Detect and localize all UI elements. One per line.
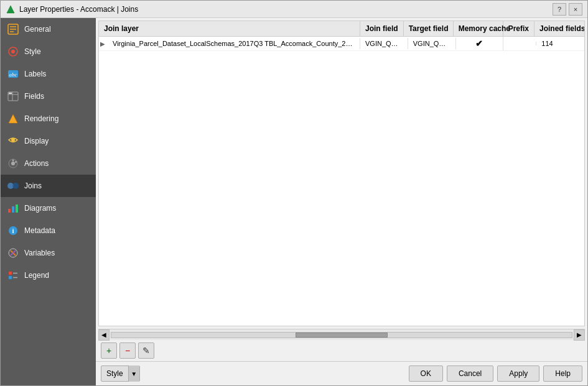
cell-join-field: VGIN_QPID (360, 38, 408, 49)
layer-properties-window: Layer Properties - Accomack | Joins ? × … (0, 0, 588, 386)
variables-icon (7, 247, 19, 259)
scroll-left-button[interactable]: ◀ (98, 329, 110, 341)
joins-table: Join layer Join field Target field Memor… (98, 21, 585, 326)
sidebar-label-joins: Joins (24, 182, 42, 190)
scroll-right-button[interactable]: ▶ (574, 329, 585, 341)
sidebar-label-display: Display (24, 137, 49, 145)
cancel-button[interactable]: Cancel (447, 365, 493, 382)
svg-rect-20 (8, 209, 11, 213)
apply-button[interactable]: Apply (497, 365, 539, 382)
style-icon (7, 45, 19, 58)
table-body: ▶ Virginia_Parcel_Dataset_LocalSchemas_2… (99, 37, 584, 326)
help-button[interactable]: ? (553, 3, 566, 16)
svg-marker-0 (7, 6, 14, 13)
actions-icon (7, 157, 19, 170)
svg-rect-22 (16, 204, 18, 213)
add-join-button[interactable]: + (101, 342, 117, 359)
col-header-target-field[interactable]: Target field (404, 21, 454, 36)
svg-text:abc: abc (9, 71, 17, 78)
col-header-join-field[interactable]: Join field (360, 21, 404, 36)
sidebar-item-general[interactable]: General (1, 18, 96, 40)
style-dropdown-arrow[interactable]: ▼ (128, 365, 139, 382)
right-panel: Join layer Join field Target field Memor… (96, 18, 587, 385)
cell-target-field: VGIN_QPID (408, 38, 456, 49)
svg-rect-12 (9, 93, 12, 94)
bottom-bar: Style ▼ OK Cancel Apply Help (96, 361, 587, 385)
window-title: Layer Properties - Accomack | Joins (19, 5, 553, 14)
sidebar-item-rendering[interactable]: Rendering (1, 108, 96, 130)
sidebar-item-fields[interactable]: Fields (1, 85, 96, 108)
sidebar-item-variables[interactable]: Variables (1, 242, 96, 264)
close-button[interactable]: × (569, 3, 582, 16)
labels-icon: abc (7, 68, 19, 80)
legend-icon (7, 269, 19, 282)
svg-point-13 (11, 138, 15, 142)
col-header-memory-cache[interactable]: Memory cache (454, 21, 503, 36)
display-icon (7, 135, 19, 147)
sidebar-item-metadata[interactable]: i Metadata (1, 219, 96, 242)
remove-join-button[interactable]: − (119, 342, 136, 359)
scroll-handle[interactable] (296, 333, 388, 338)
title-bar: Layer Properties - Accomack | Joins ? × (1, 1, 587, 18)
svg-rect-29 (9, 276, 12, 279)
general-icon (7, 23, 19, 35)
edit-join-button[interactable]: ✎ (138, 342, 154, 359)
sidebar-label-style: Style (24, 47, 41, 56)
join-toolbar: + − ✎ (96, 340, 587, 361)
sidebar-item-style[interactable]: Style (1, 40, 96, 63)
cell-joined-fields: 114 (536, 38, 584, 49)
cell-prefix (503, 42, 536, 45)
svg-point-15 (11, 162, 15, 165)
svg-point-16 (12, 160, 14, 162)
cell-join-layer: Virginia_Parcel_Dataset_LocalSchemas_201… (108, 38, 360, 49)
svg-point-19 (12, 183, 19, 189)
row-expand-icon: ▶ (99, 40, 108, 47)
table-row[interactable]: ▶ Virginia_Parcel_Dataset_LocalSchemas_2… (99, 37, 584, 51)
svg-text:i: i (12, 227, 14, 234)
sidebar: General Style abc Label (1, 18, 96, 385)
main-content: General Style abc Label (1, 18, 587, 385)
sidebar-label-legend: Legend (24, 271, 49, 280)
style-dropdown[interactable]: Style ▼ (101, 365, 140, 382)
scroll-track[interactable] (111, 332, 572, 338)
sidebar-label-rendering: Rendering (24, 114, 58, 123)
col-header-join-layer[interactable]: Join layer (99, 21, 360, 36)
style-dropdown-label: Style (101, 369, 128, 378)
col-header-prefix[interactable]: Prefix (503, 21, 534, 36)
help-button[interactable]: Help (543, 365, 582, 382)
sidebar-item-actions[interactable]: Actions (1, 152, 96, 175)
sidebar-item-diagrams[interactable]: Diagrams (1, 197, 96, 219)
window-icon (6, 4, 16, 14)
sidebar-label-actions: Actions (24, 159, 49, 168)
sidebar-label-diagrams: Diagrams (24, 204, 56, 213)
title-bar-buttons: ? × (553, 3, 582, 16)
sidebar-label-labels: Labels (24, 70, 46, 78)
col-header-joined-fields[interactable]: Joined fields (534, 21, 584, 36)
sidebar-item-display[interactable]: Display (1, 130, 96, 152)
svg-point-6 (11, 50, 15, 53)
cell-memory-cache: ✔ (456, 37, 504, 50)
svg-rect-21 (12, 206, 14, 213)
sidebar-item-labels[interactable]: abc Labels (1, 63, 96, 85)
metadata-icon: i (7, 224, 19, 237)
diagrams-icon (7, 202, 19, 214)
rendering-icon (7, 113, 19, 125)
sidebar-label-variables: Variables (24, 249, 55, 257)
joins-icon (7, 180, 19, 192)
sidebar-label-metadata: Metadata (24, 226, 55, 235)
table-header: Join layer Join field Target field Memor… (99, 21, 584, 37)
fields-icon (7, 90, 19, 103)
svg-point-17 (15, 161, 17, 163)
svg-rect-28 (9, 272, 12, 275)
sidebar-label-general: General (24, 25, 51, 34)
sidebar-item-legend[interactable]: Legend (1, 264, 96, 287)
sidebar-label-fields: Fields (24, 92, 44, 101)
horizontal-scrollbar[interactable]: ◀ ▶ (98, 329, 585, 340)
sidebar-item-joins[interactable]: Joins (1, 175, 96, 197)
memory-cache-check: ✔ (475, 39, 483, 48)
ok-button[interactable]: OK (409, 365, 443, 382)
